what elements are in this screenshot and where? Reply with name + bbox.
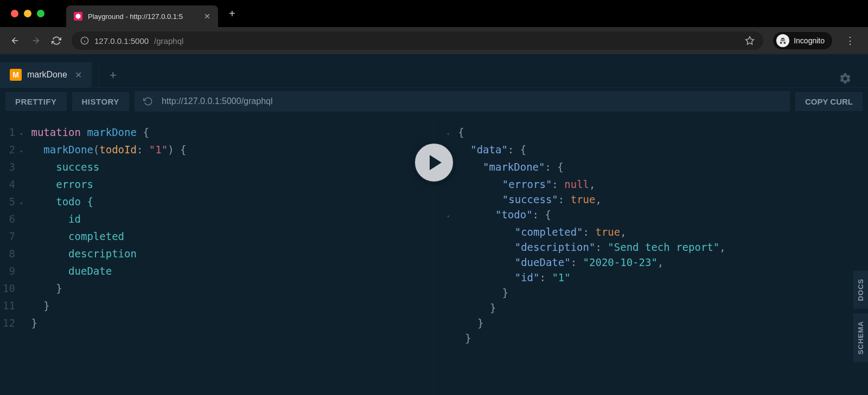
incognito-indicator[interactable]: Incognito [773, 32, 832, 49]
traffic-lights [0, 10, 44, 17]
play-icon [430, 155, 442, 170]
browser-tab[interactable]: Playground - http://127.0.0.1:5 ✕ [66, 5, 218, 27]
endpoint-url: http://127.0.0.1:5000/graphql [162, 96, 273, 106]
graphql-playground: M markDone ✕ + PRETTIFY HISTORY http://1… [0, 54, 868, 395]
operation-tab-label: markDone [27, 70, 67, 80]
run-query-button[interactable] [413, 142, 455, 183]
svg-marker-4 [746, 37, 754, 44]
endpoint-input[interactable]: http://127.0.0.1:5000/graphql [135, 91, 790, 112]
history-button[interactable]: HISTORY [72, 92, 129, 111]
forward-button[interactable] [30, 35, 41, 46]
playground-toolbar: PRETTIFY HISTORY http://127.0.0.1:5000/g… [0, 88, 868, 115]
copy-curl-button[interactable]: COPY CURL [795, 92, 863, 111]
mutation-badge: M [10, 69, 22, 81]
docs-panel-tab[interactable]: DOCS [853, 271, 868, 309]
incognito-label: Incognito [794, 36, 825, 45]
star-icon[interactable] [745, 36, 755, 46]
playground-tabs: M markDone ✕ + [0, 54, 868, 88]
new-browser-tab-button[interactable]: + [218, 8, 246, 20]
tab-title: Playground - http://127.0.0.1:5 [88, 12, 183, 21]
close-tab-icon[interactable]: ✕ [204, 12, 210, 21]
operation-tab[interactable]: M markDone ✕ [0, 62, 92, 87]
reload-button[interactable] [51, 35, 62, 46]
back-button[interactable] [10, 35, 21, 46]
reload-endpoint-icon[interactable] [143, 96, 153, 106]
playground-main: 1▾ mutation markDone { 2▾ markDone(todoI… [0, 115, 868, 395]
browser-titlebar: Playground - http://127.0.0.1:5 ✕ + [0, 0, 868, 27]
prettify-button[interactable]: PRETTIFY [5, 92, 67, 111]
response-viewer: ▾ { ▾ "data": { ▾ "markDone": { "errors"… [434, 115, 868, 395]
tab-favicon [74, 12, 82, 21]
maximize-window-button[interactable] [37, 10, 44, 17]
info-icon [80, 36, 89, 45]
browser-toolbar: 127.0.0.1:5000/graphql Incognito ⋮ [0, 27, 868, 54]
url-path: /graphql [154, 36, 183, 46]
url-host: 127.0.0.1:5000 [94, 36, 149, 46]
query-editor[interactable]: 1▾ mutation markDone { 2▾ markDone(todoI… [0, 115, 434, 395]
url-bar[interactable]: 127.0.0.1:5000/graphql [72, 31, 763, 50]
settings-icon[interactable] [822, 72, 868, 87]
schema-panel-tab[interactable]: SCHEMA [853, 313, 868, 362]
new-operation-tab-button[interactable]: + [98, 63, 127, 87]
close-operation-tab-icon[interactable]: ✕ [75, 70, 82, 80]
incognito-icon [776, 34, 789, 47]
close-window-button[interactable] [11, 10, 18, 17]
minimize-window-button[interactable] [24, 10, 31, 17]
svg-marker-0 [76, 14, 81, 19]
browser-menu-button[interactable]: ⋮ [842, 35, 858, 47]
